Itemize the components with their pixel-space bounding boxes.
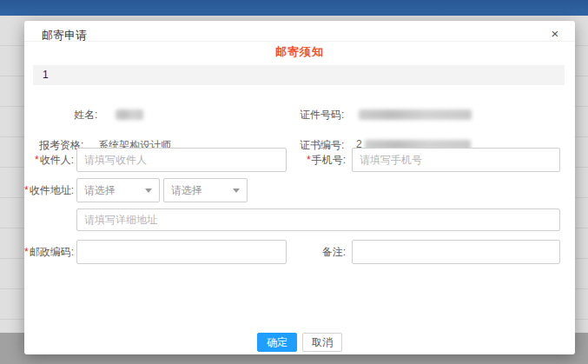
remark-label: 备注: bbox=[322, 240, 346, 264]
section-index-bar: 1 bbox=[33, 65, 565, 85]
redaction-blur bbox=[116, 109, 143, 120]
chevron-down-icon bbox=[145, 189, 152, 193]
recipient-input[interactable] bbox=[76, 148, 287, 172]
confirm-button[interactable]: 确定 bbox=[257, 333, 297, 352]
remark-input[interactable] bbox=[352, 240, 560, 264]
postal-code-label: *邮政编码: bbox=[24, 240, 74, 264]
mail-application-dialog: 邮寄申请 × 邮寄须知 1 姓名: 证件号码: 报考资格: 系统架构设计师 证书… bbox=[24, 21, 575, 354]
id-number-value-redacted bbox=[359, 108, 472, 120]
cancel-button[interactable]: 取消 bbox=[302, 333, 342, 352]
close-icon[interactable]: × bbox=[547, 26, 563, 42]
required-asterisk: * bbox=[24, 246, 29, 258]
postal-code-input[interactable] bbox=[76, 240, 287, 264]
detail-address-input[interactable] bbox=[76, 208, 560, 231]
province-select[interactable]: 请选择 bbox=[76, 178, 160, 202]
recipient-label: *收件人: bbox=[35, 148, 74, 172]
address-label: *收件地址: bbox=[24, 178, 74, 202]
dialog-header: 邮寄申请 × bbox=[24, 21, 575, 42]
name-label: 姓名: bbox=[74, 108, 97, 122]
dialog-footer: 确定 取消 bbox=[24, 333, 575, 352]
redaction-blur bbox=[359, 109, 472, 120]
phone-label: *手机号: bbox=[307, 148, 346, 172]
name-value-redacted bbox=[116, 108, 143, 120]
id-number-label: 证件号码: bbox=[300, 108, 344, 122]
phone-input[interactable] bbox=[352, 148, 560, 172]
dialog-title: 邮寄申请 bbox=[42, 28, 87, 43]
chevron-down-icon bbox=[233, 189, 240, 193]
required-asterisk: * bbox=[35, 154, 39, 166]
required-asterisk: * bbox=[307, 154, 311, 166]
required-asterisk: * bbox=[24, 184, 29, 196]
mail-notice-title: 邮寄须知 bbox=[24, 44, 575, 60]
city-select[interactable]: 请选择 bbox=[163, 178, 248, 202]
